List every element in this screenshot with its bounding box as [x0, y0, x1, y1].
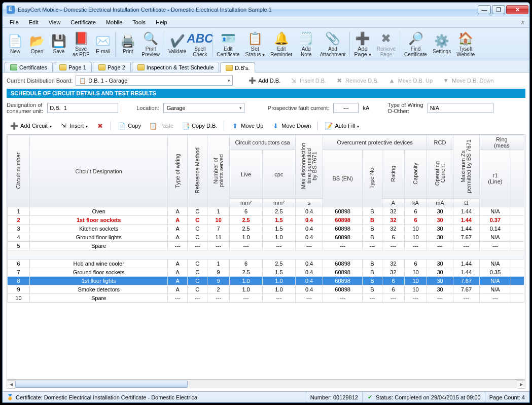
remove-icon: ✖ [335, 77, 343, 85]
set-status-button[interactable]: 📋Set Status ▾ [242, 29, 267, 59]
close-window-button[interactable]: ✕ [506, 5, 528, 14]
auto-fill-button[interactable]: 📝Auto Fill [321, 120, 363, 131]
menu-help[interactable]: Help [151, 18, 172, 26]
copy-icon: 📄 [118, 122, 126, 130]
table-row[interactable]: 7Ground floor socketsAC92.51.50.460898B3… [8, 268, 524, 277]
insert-circuit-button[interactable]: ⇲Insert [56, 120, 92, 131]
section-header: SCHEDULE OF CIRCUIT DETAILS AND TEST RES… [7, 89, 525, 98]
tabstrip: Certificates Page 1 Page 2 Inspection & … [3, 60, 529, 72]
statusbar: 🏅Certificate: Domestic Electrical Instal… [3, 391, 529, 402]
add-page-icon: ➕ [354, 31, 371, 46]
menu-edit[interactable]: Edit [24, 18, 44, 26]
location-combo[interactable]: Garage [163, 103, 244, 113]
tab-dbs[interactable]: D.B's. [220, 62, 255, 72]
menu-tools[interactable]: Tools [127, 18, 151, 26]
tab-inspection[interactable]: Inspection & Test Schedule [132, 62, 220, 72]
cert-tab-icon [10, 64, 17, 70]
edit-reminder-button[interactable]: 🔔Edit Reminder [268, 29, 295, 59]
maximize-button[interactable]: ❐ [492, 5, 505, 14]
status-status: Status: Completed on 29/04/2015 at 09:00 [376, 394, 481, 400]
paste-icon: 📋 [149, 122, 157, 130]
table-row[interactable]: 81st floor lightsAC91.01.00.460898B61030… [8, 277, 524, 285]
workarea: Current Distribution Board: 📋D.B. 1 - Ga… [3, 72, 529, 391]
cert-icon: 🏅 [7, 394, 14, 401]
folder-icon [59, 64, 66, 70]
table-row[interactable]: 9Smoke detectorsAC21.01.00.460898B610307… [8, 285, 524, 294]
table-row[interactable]: 5Spare----------------------------------… [8, 242, 524, 250]
save-icon: 💾 [51, 33, 67, 49]
spell-check-button[interactable]: ABCSpell Check [189, 29, 210, 59]
remove-db-button: ✖Remove D.B. [332, 76, 381, 86]
add-note-button[interactable]: 🗒️Add Note [296, 29, 317, 59]
circuit-grid[interactable]: Circuit number Circuit Designation Type … [7, 134, 525, 380]
tysoft-website-button[interactable]: 🏠Tysoft Website [454, 29, 477, 59]
table-row[interactable]: 6Hob and wine coolerAC162.50.460898B3263… [8, 260, 524, 268]
print-preview-button[interactable]: 🔍Print Preview [139, 29, 162, 59]
pfc-input[interactable] [333, 103, 359, 113]
menu-file[interactable]: File [5, 18, 24, 26]
save-button[interactable]: 💾Save [48, 32, 69, 56]
table-row[interactable]: 10Spare---------------------------------… [8, 294, 524, 303]
print-button[interactable]: 🖨️Print [117, 32, 138, 56]
tab-certificates[interactable]: Certificates [5, 62, 53, 72]
move-up-button[interactable]: ⬆Move Up [227, 120, 267, 131]
scroll-left-button[interactable]: ◀ [7, 380, 15, 389]
gear-icon: ⚙️ [434, 33, 450, 49]
bell-icon: 🔔 [273, 31, 290, 46]
table-row[interactable]: 1OvenAC162.50.460898B326301.44N/A [8, 207, 524, 216]
table-row[interactable]: 4Ground floor lightsAC111.01.00.460898B6… [8, 233, 524, 242]
move-down-button[interactable]: ⬇Move Down [268, 120, 314, 131]
location-label: Location: [136, 105, 159, 111]
horizontal-scrollbar[interactable]: ◀ ▶ [7, 380, 525, 388]
current-db-combo[interactable]: 📋D.B. 1 - Garage [76, 76, 233, 86]
insert-icon: ⇲ [290, 77, 298, 85]
folder-icon [226, 65, 233, 71]
delete-circuit-button[interactable]: ✖ [92, 120, 108, 131]
new-icon: 📄 [7, 33, 23, 49]
edit-certificate-button[interactable]: 🪪Edit Certificate [214, 29, 242, 59]
find-icon: 🔎 [408, 31, 424, 46]
designation-input[interactable] [47, 103, 118, 113]
menu-mobile[interactable]: Mobile [101, 18, 127, 26]
add-icon: ➕ [10, 122, 18, 130]
mdi-close-icon[interactable]: x [518, 18, 527, 26]
add-page-button[interactable]: ➕Add Page ▾ [351, 29, 373, 59]
save-as-pdf-button[interactable]: 📕Save as PDF [70, 29, 92, 59]
tab-page1[interactable]: Page 1 [54, 62, 92, 72]
attach-icon: 📎 [325, 31, 341, 46]
scroll-right-button[interactable]: ▶ [517, 380, 525, 389]
wiring-type-input[interactable] [428, 103, 493, 113]
circuit-toolbar: ➕Add Circuit ⇲Insert ✖ 📄Copy 📋Paste 📑Cop… [7, 119, 525, 134]
new-button[interactable]: 📄New [5, 32, 26, 56]
wiring-type-label: Type of Wiring O-Other: [387, 102, 423, 114]
table-row[interactable]: 3Kitchen socketsAC72.51.50.460898B321030… [8, 225, 524, 233]
tab-page2[interactable]: Page 2 [93, 62, 131, 72]
copy-button[interactable]: 📄Copy [114, 120, 145, 131]
home-icon: 🏠 [457, 31, 474, 46]
menu-certificate[interactable]: Certificate [65, 18, 101, 26]
paste-button: 📋Paste [146, 120, 177, 131]
scroll-thumb[interactable] [15, 381, 188, 388]
validate-button[interactable]: ✔️Validate [166, 32, 189, 56]
add-attachment-button[interactable]: 📎Add Attachment [317, 29, 348, 59]
table-row[interactable]: 21st floor socketsAC102.51.50.460898B326… [8, 216, 524, 225]
status-number: Number: 00129812 [306, 392, 363, 402]
down-icon: ⬇ [271, 122, 279, 130]
add-db-button[interactable]: ➕Add D.B. [245, 76, 283, 86]
spell-icon: ABC [192, 31, 208, 46]
ribbon-toolbar: 📄New 📂Open 💾Save 📕Save as PDF ✉️E-mail 🖨… [3, 28, 529, 60]
copy-db-button[interactable]: 📑Copy D.B. [178, 120, 221, 131]
remove-page-icon: ✖ [378, 31, 394, 46]
settings-button[interactable]: ⚙️Settings [430, 32, 453, 56]
email-button[interactable]: ✉️E-mail [92, 32, 114, 56]
find-certificate-button[interactable]: 🔎Find Certificate [402, 29, 430, 59]
open-button[interactable]: 📂Open [26, 32, 48, 56]
copy-db-icon: 📑 [182, 122, 190, 130]
check-icon: ✔ [367, 394, 374, 401]
move-db-up-button: ▲Move D.B. Up [385, 76, 436, 86]
menu-view[interactable]: View [44, 18, 66, 26]
table-row[interactable] [8, 250, 524, 260]
window-title: EasyCert Mobile - Domestic Electrical In… [18, 7, 478, 13]
add-circuit-button[interactable]: ➕Add Circuit [7, 120, 55, 131]
minimize-button[interactable]: — [478, 5, 491, 14]
